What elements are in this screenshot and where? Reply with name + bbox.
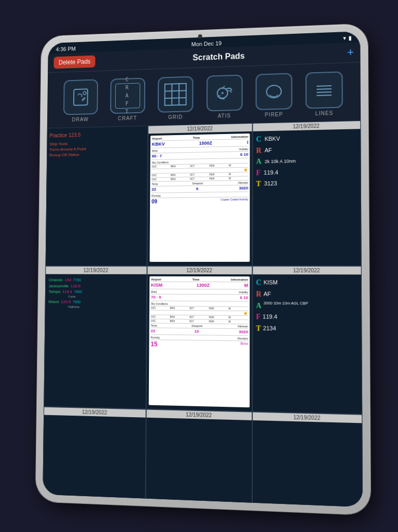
pad-2-1[interactable]: 12/19/2022 Orlando 194 7700 Jacksonville bbox=[44, 266, 147, 409]
pad-1-1-title: Practice 123.5 bbox=[49, 130, 145, 140]
atis-icon bbox=[206, 75, 242, 112]
camera-dot bbox=[198, 34, 202, 38]
pad-3-2[interactable]: 12/19/2022 bbox=[145, 409, 252, 507]
craft-t-letter: T bbox=[256, 179, 260, 190]
pirep-label: PIREP bbox=[265, 112, 283, 118]
craft2-c-value: KISM bbox=[263, 279, 277, 287]
pad-1-3-content: C KBKV R AF A 2k 10k A 10nm bbox=[253, 129, 361, 264]
craft-c-letter: C bbox=[256, 134, 261, 144]
template-draw[interactable]: DRAW bbox=[63, 79, 98, 123]
pads-row-2: 12/19/2022 Orlando 194 7700 Jacksonville bbox=[44, 266, 362, 414]
pad-1-1[interactable]: Practice 123.5 Strip Tools Turns Around … bbox=[45, 126, 148, 267]
status-time: 4:36 PM bbox=[56, 45, 76, 52]
page-title: Scratch Pads bbox=[193, 51, 244, 62]
pad-2-3-header: 12/19/2022 bbox=[253, 267, 361, 274]
pad-1-3[interactable]: 12/19/2022 C KBKV R AF bbox=[252, 121, 361, 266]
craft-f-value: 119.4 bbox=[264, 169, 278, 177]
pads-row-3: 12/19/2022 12/19/2022 12/19/2022 bbox=[43, 406, 363, 507]
add-pad-button[interactable]: + bbox=[347, 46, 353, 59]
pad-2-2[interactable]: 12/19/2022 Airport Time Information KISM bbox=[146, 266, 252, 411]
template-craft[interactable]: C R A F T CRAFT bbox=[110, 78, 145, 122]
status-right: ▾ ▮ bbox=[343, 35, 352, 42]
draw-icon bbox=[63, 79, 98, 115]
device-wrapper: 4:36 PM Mon Dec 19 ▾ ▮ Delete Pads Scrat… bbox=[23, 17, 376, 515]
svg-point-6 bbox=[266, 85, 281, 98]
pad-1-2[interactable]: 12/19/2022 Airport Time Information KBKV bbox=[147, 123, 252, 266]
craft-r-letter: R bbox=[256, 145, 261, 156]
draw-label: DRAW bbox=[72, 116, 88, 122]
main-content: Practice 123.5 Strip Tools Turns Around … bbox=[43, 121, 363, 507]
svg-point-1 bbox=[83, 91, 86, 95]
pad-3-2-content bbox=[145, 417, 251, 507]
svg-line-10 bbox=[317, 95, 332, 96]
craft-icon: C R A F T bbox=[110, 78, 145, 114]
craft2-t-letter: T bbox=[256, 323, 261, 334]
pad-2-3-content: C KISM R AF A 2000 10m 10m AGL CBP bbox=[253, 274, 362, 412]
ipad-outer: 4:36 PM Mon Dec 19 ▾ ▮ Delete Pads Scrat… bbox=[35, 23, 370, 515]
svg-line-9 bbox=[317, 92, 332, 92]
grid-icon bbox=[158, 76, 194, 113]
city-miami-note: Highway bbox=[68, 304, 143, 309]
craft-t-value: 3123 bbox=[264, 180, 277, 188]
svg-line-7 bbox=[317, 86, 332, 86]
craft2-r-value: AF bbox=[263, 290, 270, 299]
pad-3-3[interactable]: 12/19/2022 bbox=[252, 411, 362, 507]
pad-2-2-header: 12/19/2022 bbox=[147, 267, 252, 274]
ipad-screen: 4:36 PM Mon Dec 19 ▾ ▮ Delete Pads Scrat… bbox=[43, 31, 363, 507]
status-date: Mon Dec 19 bbox=[191, 40, 221, 47]
pad-3-1-content bbox=[43, 415, 145, 507]
grid-label: GRID bbox=[168, 114, 183, 120]
craft2-f-value: 119.4 bbox=[263, 313, 277, 321]
svg-line-8 bbox=[317, 89, 332, 89]
craft2-f-letter: F bbox=[256, 312, 260, 322]
template-grid[interactable]: GRID bbox=[158, 76, 194, 121]
craft-c-value: KBKV bbox=[264, 135, 280, 143]
svg-point-3 bbox=[221, 92, 223, 94]
template-lines[interactable]: LINES bbox=[305, 71, 342, 116]
craft-a-letter: A bbox=[256, 156, 261, 167]
pad-2-3[interactable]: 12/19/2022 C KISM R AF bbox=[252, 266, 362, 414]
city-tampa: Tampa 119.4 7600 bbox=[48, 289, 143, 295]
pad-3-1[interactable]: 12/19/2022 bbox=[43, 406, 146, 507]
template-section: DRAW C R A F T CRAFT bbox=[47, 62, 360, 128]
craft-a-value: 2k 10k A 10nm bbox=[264, 158, 295, 165]
battery-icon: ▮ bbox=[348, 35, 351, 42]
pads-row-1: Practice 123.5 Strip Tools Turns Around … bbox=[45, 121, 361, 266]
city-orlando: Orlando 194 7700 bbox=[48, 277, 143, 283]
pad-1-2-content: Airport Time Information KBKV 1500Z I bbox=[147, 131, 252, 264]
craft2-a-value: 2000 10m 10m AGL CBP bbox=[263, 300, 308, 305]
craft-label: CRAFT bbox=[118, 115, 137, 122]
atis-label: ATIS bbox=[217, 113, 230, 118]
pad-2-1-content: Orlando 194 7700 Jacksonville 118.6 Tamp… bbox=[44, 274, 146, 407]
craft-f-letter: F bbox=[256, 168, 260, 178]
craft2-t-value: 2134 bbox=[263, 324, 276, 332]
lines-icon bbox=[305, 71, 342, 109]
delete-pads-button[interactable]: Delete Pads bbox=[53, 56, 95, 69]
craft-r-value: AF bbox=[264, 147, 271, 155]
craft2-r-letter: R bbox=[256, 289, 261, 299]
wifi-icon: ▾ bbox=[343, 35, 346, 42]
template-pirep[interactable]: PIREP bbox=[255, 73, 292, 117]
pad-2-1-header: 12/19/2022 bbox=[46, 267, 146, 274]
pad-3-3-content bbox=[252, 420, 362, 507]
city-miami: Miami 120.5 7500 bbox=[48, 299, 143, 305]
craft2-a-letter: A bbox=[256, 300, 261, 311]
lines-label: LINES bbox=[315, 110, 333, 116]
template-atis[interactable]: ATIS bbox=[206, 75, 242, 119]
city-jacksonville: Jacksonville 118.6 bbox=[48, 283, 143, 289]
pirep-icon bbox=[255, 73, 292, 110]
craft2-c-letter: C bbox=[256, 278, 261, 288]
pad-2-2-content: Airport Time Information KISM 1300Z M bbox=[146, 274, 252, 409]
pad-1-1-content: Practice 123.5 Strip Tools Turns Around … bbox=[46, 126, 147, 257]
pad-1-1-line3: Runup Off Status bbox=[49, 151, 145, 158]
